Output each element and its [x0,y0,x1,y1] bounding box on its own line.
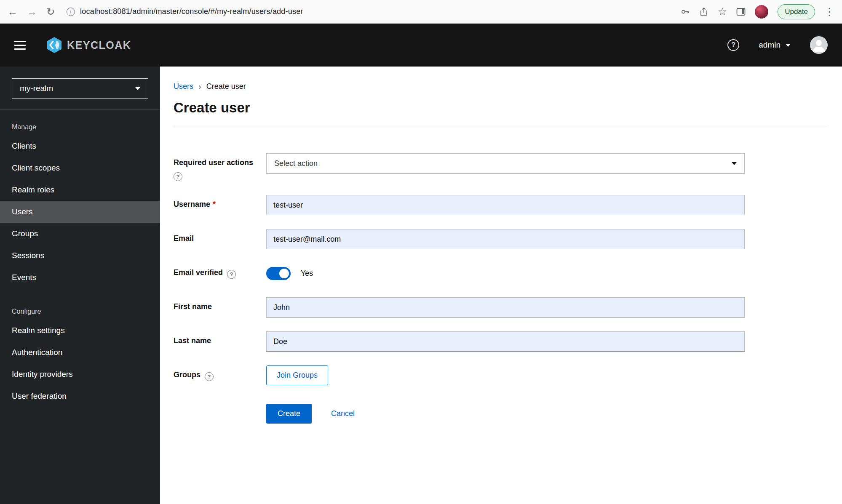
share-icon[interactable] [699,7,708,16]
chevron-down-icon [135,87,140,90]
username-input[interactable] [266,195,745,215]
nav-section-configure: Configure [0,299,160,320]
create-button[interactable]: Create [266,404,312,424]
keycloak-logo: KEYCLOAK [45,36,131,54]
realm-selector-container: my-realm [0,67,160,110]
password-key-icon[interactable] [681,7,690,16]
email-input[interactable] [266,229,745,249]
browser-toolbar: ← → ↻ i localhost:8081/admin/master/cons… [0,0,842,24]
page-title: Create user [174,100,829,116]
side-panel-icon[interactable] [736,8,746,16]
groups-help-icon[interactable]: ? [205,372,214,381]
last-name-input[interactable] [266,331,745,352]
email-verified-label-col: Email verified? [174,263,266,283]
required-user-actions-select-value: Select action [274,159,318,168]
last-name-label-col: Last name [174,331,266,352]
main-content: Users › Create user Create user Required… [160,67,842,504]
sidebar: my-realm Manage Clients Client scopes Re… [0,67,160,504]
username-row: Username* [174,195,829,215]
required-user-actions-row: Required user actions ? Select action [174,153,829,181]
browser-profile-avatar[interactable] [755,5,768,19]
email-label: Email [174,234,194,243]
email-row: Email [174,229,829,249]
breadcrumb-separator-icon: › [198,82,201,91]
sidebar-item-events[interactable]: Events [0,267,160,288]
user-dropdown-label: admin [759,40,781,50]
title-divider [174,126,829,126]
required-user-actions-help-icon[interactable]: ? [174,172,182,181]
cancel-button[interactable]: Cancel [331,409,355,418]
required-user-actions-label: Required user actions [174,158,253,167]
email-verified-help-icon[interactable]: ? [227,270,236,279]
header-right: ? admin [727,36,828,54]
browser-update-button[interactable]: Update [778,4,815,19]
sidebar-item-sessions[interactable]: Sessions [0,245,160,267]
groups-label: Groups [174,371,200,379]
sidebar-item-realm-roles[interactable]: Realm roles [0,179,160,201]
realm-selector[interactable]: my-realm [12,78,148,99]
user-dropdown[interactable]: admin [759,40,791,50]
groups-label-col: Groups? [174,365,266,385]
first-name-input[interactable] [266,297,745,317]
first-name-label: First name [174,302,212,311]
nav-section-manage: Manage [0,115,160,135]
email-verified-label: Email verified [174,268,223,277]
first-name-label-col: First name [174,297,266,317]
breadcrumb-current: Create user [206,82,246,91]
sidebar-item-authentication[interactable]: Authentication [0,341,160,363]
email-verified-row: Email verified? Yes [174,263,829,283]
browser-menu-icon[interactable]: ⋮ [824,6,834,18]
realm-selector-value: my-realm [20,84,53,93]
last-name-row: Last name [174,331,829,352]
sidebar-item-user-federation[interactable]: User federation [0,385,160,407]
brand-name: KEYCLOAK [67,39,131,51]
email-verified-toggle[interactable] [266,267,291,280]
forward-icon[interactable]: → [27,7,37,17]
sidebar-item-clients[interactable]: Clients [0,135,160,157]
groups-row: Groups? Join Groups [174,365,829,385]
user-avatar[interactable] [810,36,828,54]
first-name-row: First name [174,297,829,317]
browser-actions: ☆ Update ⋮ [681,4,834,19]
sidebar-item-users[interactable]: Users [0,201,160,223]
nav-toggle-icon[interactable] [14,41,26,50]
reload-icon[interactable]: ↻ [46,7,55,17]
required-user-actions-label-col: Required user actions ? [174,153,266,181]
toggle-knob [279,269,289,278]
required-marker: * [213,200,216,208]
keycloak-logo-icon [45,36,64,54]
breadcrumb-users-link[interactable]: Users [174,82,193,91]
url-text[interactable]: localhost:8081/admin/master/console/#/my… [80,7,303,16]
form-actions: Create Cancel [266,404,829,449]
chevron-down-icon [732,162,737,165]
sidebar-item-client-scopes[interactable]: Client scopes [0,157,160,179]
help-icon[interactable]: ? [727,39,739,51]
username-label: Username [174,200,210,208]
back-icon[interactable]: ← [8,7,18,17]
breadcrumb: Users › Create user [174,82,829,91]
bookmark-star-icon[interactable]: ☆ [718,6,727,17]
last-name-label: Last name [174,336,211,345]
address-bar[interactable]: i localhost:8081/admin/master/console/#/… [67,7,672,16]
email-verified-state: Yes [301,269,313,278]
email-label-col: Email [174,229,266,249]
required-user-actions-select[interactable]: Select action [266,153,745,173]
sidebar-nav: Manage Clients Client scopes Realm roles… [0,110,160,407]
sidebar-item-realm-settings[interactable]: Realm settings [0,320,160,341]
username-label-col: Username* [174,195,266,215]
app-header: KEYCLOAK ? admin [0,24,842,67]
chevron-down-icon [786,44,791,47]
screen: ← → ↻ i localhost:8081/admin/master/cons… [0,0,842,504]
create-user-form: Required user actions ? Select action Us… [174,153,829,449]
sidebar-item-groups[interactable]: Groups [0,223,160,245]
join-groups-button[interactable]: Join Groups [266,365,328,385]
sidebar-item-identity-providers[interactable]: Identity providers [0,363,160,385]
site-info-icon[interactable]: i [67,8,75,16]
